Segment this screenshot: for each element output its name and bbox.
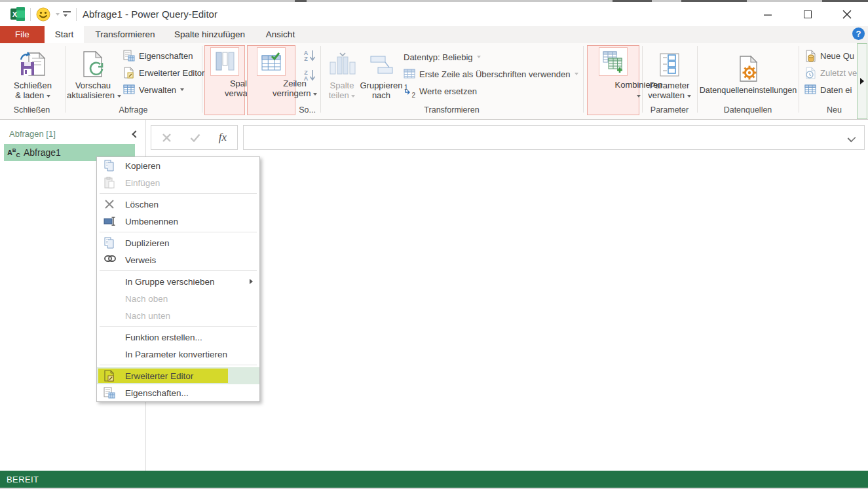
tab-file[interactable]: File bbox=[0, 26, 45, 43]
group-label-schliessen: Schließen bbox=[0, 105, 64, 115]
minimize-button[interactable] bbox=[757, 5, 779, 24]
split-column-button[interactable]: Spalte teilen bbox=[324, 45, 360, 104]
formula-accept-button[interactable] bbox=[190, 134, 200, 142]
svg-text:X: X bbox=[12, 10, 18, 18]
tab-start[interactable]: Start bbox=[45, 26, 84, 43]
dropdown-caret-icon bbox=[575, 73, 578, 75]
qat-customize-button[interactable] bbox=[62, 7, 73, 22]
menu-item-in-parameter-konvertieren[interactable]: In Parameter konvertieren bbox=[97, 346, 259, 363]
rename-icon bbox=[104, 215, 117, 227]
close-button[interactable] bbox=[836, 5, 858, 24]
group-label-abfrage: Abfrage bbox=[65, 105, 202, 115]
manage-parameters-button[interactable]: Parameter verwalten bbox=[646, 45, 693, 104]
context-menu: Kopieren Einfügen Löschen bbox=[96, 156, 260, 402]
menu-separator bbox=[97, 191, 259, 196]
group-label-sortieren: So... bbox=[293, 105, 321, 115]
checkmark-icon bbox=[190, 134, 200, 142]
group-by-icon bbox=[367, 50, 396, 79]
dropdown-caret-icon bbox=[351, 95, 355, 98]
dropdown-caret-icon bbox=[687, 95, 691, 98]
qat-customize-icon bbox=[63, 11, 71, 12]
sort-ascending-button[interactable]: AZ bbox=[299, 47, 320, 65]
titlebar-divider bbox=[76, 8, 77, 21]
menu-item-nach-oben[interactable]: Nach oben bbox=[97, 290, 259, 307]
close-icon bbox=[842, 10, 852, 19]
smiley-qat-button[interactable] bbox=[36, 7, 60, 22]
duplicate-icon bbox=[104, 237, 117, 249]
data-source-settings-icon bbox=[734, 55, 763, 84]
table-header-icon bbox=[404, 69, 415, 79]
dropdown-caret-icon bbox=[117, 95, 121, 98]
new-source-button[interactable]: Neue Qu bbox=[804, 47, 857, 64]
chevron-left-icon bbox=[132, 130, 139, 137]
reduce-rows-icon bbox=[257, 47, 286, 76]
menu-item-in-gruppe-verschieben[interactable]: In Gruppe verschieben bbox=[97, 273, 259, 290]
menu-item-einfuegen[interactable]: Einfügen bbox=[97, 174, 259, 191]
menu-item-kopieren[interactable]: Kopieren bbox=[97, 157, 259, 174]
spalten-verwalten-group-button[interactable]: Spalten verwalten bbox=[204, 45, 245, 115]
group-label-transformieren: Transformieren bbox=[320, 105, 583, 115]
tab-spalte-hinzufuegen[interactable]: Spalte hinzufügen bbox=[169, 26, 250, 43]
tab-ansicht[interactable]: Ansicht bbox=[259, 26, 301, 43]
combine-icon bbox=[599, 47, 628, 76]
manage-button[interactable]: Verwalten bbox=[123, 81, 184, 98]
ribbon-tabs: File Start Transformieren Spalte hinzufü… bbox=[0, 26, 868, 43]
data-type-button[interactable]: Datentyp: Beliebig bbox=[404, 48, 578, 65]
formula-input[interactable] bbox=[243, 125, 865, 150]
sort-za-icon: ZA bbox=[304, 70, 309, 82]
advanced-editor-button[interactable]: Erweiterter Editor bbox=[123, 64, 204, 81]
menu-item-funktion-erstellen[interactable]: Funktion erstellen... bbox=[97, 329, 259, 346]
menu-item-duplizieren[interactable]: Duplizieren bbox=[97, 234, 259, 251]
excel-app-icon: X bbox=[10, 7, 25, 21]
help-button[interactable]: ? bbox=[852, 27, 865, 40]
menu-separator bbox=[97, 324, 259, 329]
ribbon-scroll-right-button[interactable] bbox=[857, 43, 867, 119]
advanced-editor-icon bbox=[104, 370, 117, 382]
recent-sources-icon bbox=[804, 67, 816, 79]
cancel-x-icon bbox=[162, 133, 172, 143]
formula-bar-controls: fx bbox=[151, 125, 238, 150]
group-label-datenquellen: Datenquellen bbox=[697, 105, 799, 115]
status-text: BEREIT bbox=[7, 475, 39, 484]
new-source-icon bbox=[804, 50, 816, 62]
ribbon: Schließen & laden Schließen Vorschau akt… bbox=[0, 43, 868, 120]
menu-item-erweiterter-editor[interactable]: Erweiterter Editor bbox=[97, 367, 259, 384]
refresh-preview-button[interactable]: Vorschau aktualisieren bbox=[67, 45, 119, 104]
collapse-pane-button[interactable] bbox=[130, 128, 142, 139]
copy-icon bbox=[104, 160, 117, 172]
sort-descending-button[interactable]: ZA bbox=[299, 67, 320, 85]
data-source-settings-button[interactable]: Datenquelleneinstellungen bbox=[698, 45, 798, 104]
properties-button[interactable]: Eigenschaften bbox=[123, 47, 193, 64]
menu-item-verweis[interactable]: Verweis bbox=[97, 251, 259, 268]
properties-icon bbox=[123, 50, 135, 62]
kombinieren-group-button[interactable]: Kombinieren bbox=[587, 45, 639, 115]
menu-separator bbox=[97, 363, 259, 367]
menu-item-loeschen[interactable]: Löschen bbox=[97, 196, 259, 213]
enter-data-button[interactable]: Daten ei bbox=[804, 81, 857, 98]
recent-sources-button[interactable]: Zuletzt ve bbox=[804, 64, 857, 81]
close-and-load-icon bbox=[18, 50, 47, 79]
maximize-button[interactable] bbox=[797, 5, 819, 24]
group-by-button[interactable]: Gruppieren nach bbox=[359, 45, 404, 104]
power-query-editor-window: X Abfrage1 - Power Query-Editor bbox=[0, 0, 868, 489]
smiley-dropdown-caret-icon bbox=[56, 13, 60, 16]
tab-transformieren[interactable]: Transformieren bbox=[93, 26, 157, 43]
abc-text-type-icon: ABC bbox=[4, 147, 24, 158]
menu-item-umbenennen[interactable]: Umbenennen bbox=[97, 213, 259, 230]
menu-item-nach-unten[interactable]: Nach unten bbox=[97, 307, 259, 324]
advanced-editor-icon bbox=[123, 67, 135, 79]
formula-cancel-button[interactable] bbox=[162, 133, 172, 143]
queries-pane-header: Abfragen [1] bbox=[9, 129, 56, 139]
first-row-headers-button[interactable]: Erste Zeile als Überschriften verwenden bbox=[404, 65, 578, 82]
close-and-load-button[interactable]: Schließen & laden bbox=[5, 45, 60, 104]
manage-columns-icon bbox=[210, 47, 239, 76]
link-icon bbox=[104, 254, 117, 266]
replace-values-button[interactable]: 1 2 Werte ersetzen bbox=[404, 82, 578, 100]
manage-parameters-icon bbox=[655, 50, 684, 79]
minimize-icon bbox=[764, 14, 772, 16]
status-bar: BEREIT bbox=[0, 471, 868, 488]
zeilen-verringern-group-button[interactable]: Zeilen verringern bbox=[247, 45, 295, 115]
split-column-icon bbox=[328, 50, 356, 79]
menu-item-eigenschaften[interactable]: Eigenschaften... bbox=[97, 384, 259, 401]
group-label-parameter: Parameter bbox=[642, 105, 697, 115]
